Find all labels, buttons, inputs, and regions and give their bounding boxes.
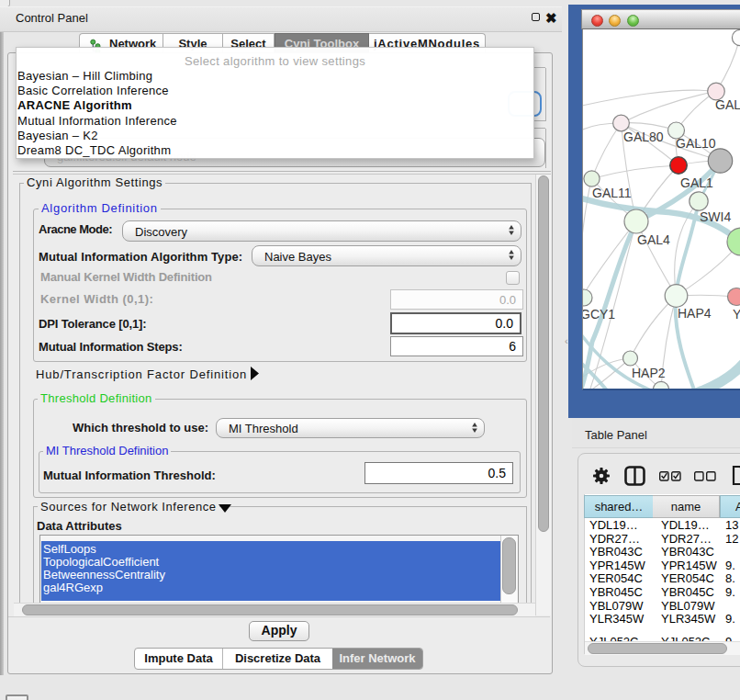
svg-text:GAL2: GAL2	[715, 97, 740, 112]
svg-text:GAL4: GAL4	[637, 232, 670, 247]
svg-text:GAL10: GAL10	[676, 136, 716, 151]
svg-text:GAL80: GAL80	[623, 130, 664, 144]
svg-text:HAP4: HAP4	[678, 306, 712, 321]
svg-text:HAP2: HAP2	[632, 366, 666, 380]
svg-text:SWI4: SWI4	[700, 209, 731, 224]
svg-text:YM: YM	[733, 307, 740, 322]
svg-text:GAL1: GAL1	[680, 175, 713, 190]
svg-text:GAL11: GAL11	[592, 186, 632, 200]
svg-text:GCY1: GCY1	[583, 307, 615, 322]
